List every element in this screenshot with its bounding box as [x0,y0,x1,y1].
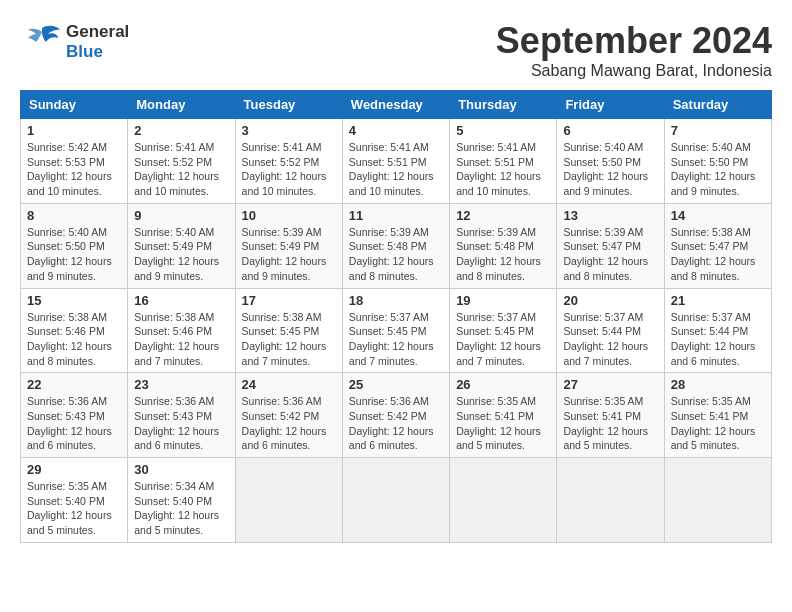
calendar-cell: 7Sunrise: 5:40 AM Sunset: 5:50 PM Daylig… [664,119,771,204]
month-title: September 2024 [496,20,772,62]
calendar-cell: 24Sunrise: 5:36 AM Sunset: 5:42 PM Dayli… [235,373,342,458]
day-number: 18 [349,293,443,308]
calendar-cell: 18Sunrise: 5:37 AM Sunset: 5:45 PM Dayli… [342,288,449,373]
calendar-cell: 10Sunrise: 5:39 AM Sunset: 5:49 PM Dayli… [235,203,342,288]
day-number: 26 [456,377,550,392]
logo: General Blue [20,20,129,64]
day-number: 2 [134,123,228,138]
header-thursday: Thursday [450,91,557,119]
day-number: 21 [671,293,765,308]
day-info: Sunrise: 5:39 AM Sunset: 5:48 PM Dayligh… [456,225,550,284]
day-number: 12 [456,208,550,223]
calendar-cell: 19Sunrise: 5:37 AM Sunset: 5:45 PM Dayli… [450,288,557,373]
day-info: Sunrise: 5:38 AM Sunset: 5:47 PM Dayligh… [671,225,765,284]
calendar-cell: 20Sunrise: 5:37 AM Sunset: 5:44 PM Dayli… [557,288,664,373]
day-number: 20 [563,293,657,308]
day-number: 7 [671,123,765,138]
day-info: Sunrise: 5:39 AM Sunset: 5:48 PM Dayligh… [349,225,443,284]
calendar-cell [450,458,557,543]
header-saturday: Saturday [664,91,771,119]
day-info: Sunrise: 5:41 AM Sunset: 5:51 PM Dayligh… [456,140,550,199]
day-number: 11 [349,208,443,223]
day-number: 22 [27,377,121,392]
calendar-cell [557,458,664,543]
day-number: 16 [134,293,228,308]
header-friday: Friday [557,91,664,119]
day-number: 24 [242,377,336,392]
day-info: Sunrise: 5:40 AM Sunset: 5:50 PM Dayligh… [27,225,121,284]
day-info: Sunrise: 5:35 AM Sunset: 5:41 PM Dayligh… [456,394,550,453]
day-info: Sunrise: 5:39 AM Sunset: 5:47 PM Dayligh… [563,225,657,284]
calendar-week-5: 29Sunrise: 5:35 AM Sunset: 5:40 PM Dayli… [21,458,772,543]
calendar-header-row: SundayMondayTuesdayWednesdayThursdayFrid… [21,91,772,119]
day-info: Sunrise: 5:35 AM Sunset: 5:41 PM Dayligh… [563,394,657,453]
day-number: 29 [27,462,121,477]
calendar-cell: 30Sunrise: 5:34 AM Sunset: 5:40 PM Dayli… [128,458,235,543]
day-number: 28 [671,377,765,392]
day-info: Sunrise: 5:34 AM Sunset: 5:40 PM Dayligh… [134,479,228,538]
title-area: September 2024 Sabang Mawang Barat, Indo… [496,20,772,80]
calendar-week-1: 1Sunrise: 5:42 AM Sunset: 5:53 PM Daylig… [21,119,772,204]
calendar-cell: 16Sunrise: 5:38 AM Sunset: 5:46 PM Dayli… [128,288,235,373]
header-sunday: Sunday [21,91,128,119]
calendar-cell: 6Sunrise: 5:40 AM Sunset: 5:50 PM Daylig… [557,119,664,204]
calendar-cell: 15Sunrise: 5:38 AM Sunset: 5:46 PM Dayli… [21,288,128,373]
day-number: 9 [134,208,228,223]
calendar-week-2: 8Sunrise: 5:40 AM Sunset: 5:50 PM Daylig… [21,203,772,288]
day-number: 25 [349,377,443,392]
day-info: Sunrise: 5:35 AM Sunset: 5:41 PM Dayligh… [671,394,765,453]
calendar-cell: 5Sunrise: 5:41 AM Sunset: 5:51 PM Daylig… [450,119,557,204]
day-info: Sunrise: 5:37 AM Sunset: 5:44 PM Dayligh… [671,310,765,369]
calendar-cell: 4Sunrise: 5:41 AM Sunset: 5:51 PM Daylig… [342,119,449,204]
calendar-cell: 11Sunrise: 5:39 AM Sunset: 5:48 PM Dayli… [342,203,449,288]
day-info: Sunrise: 5:38 AM Sunset: 5:45 PM Dayligh… [242,310,336,369]
calendar-week-3: 15Sunrise: 5:38 AM Sunset: 5:46 PM Dayli… [21,288,772,373]
day-info: Sunrise: 5:40 AM Sunset: 5:50 PM Dayligh… [671,140,765,199]
day-number: 13 [563,208,657,223]
day-info: Sunrise: 5:37 AM Sunset: 5:44 PM Dayligh… [563,310,657,369]
calendar-table: SundayMondayTuesdayWednesdayThursdayFrid… [20,90,772,543]
day-info: Sunrise: 5:37 AM Sunset: 5:45 PM Dayligh… [349,310,443,369]
calendar-cell: 12Sunrise: 5:39 AM Sunset: 5:48 PM Dayli… [450,203,557,288]
calendar-cell [342,458,449,543]
day-number: 4 [349,123,443,138]
calendar-cell: 2Sunrise: 5:41 AM Sunset: 5:52 PM Daylig… [128,119,235,204]
page-header: General Blue September 2024 Sabang Mawan… [20,20,772,80]
calendar-cell: 26Sunrise: 5:35 AM Sunset: 5:41 PM Dayli… [450,373,557,458]
day-info: Sunrise: 5:36 AM Sunset: 5:43 PM Dayligh… [134,394,228,453]
day-number: 5 [456,123,550,138]
calendar-cell: 22Sunrise: 5:36 AM Sunset: 5:43 PM Dayli… [21,373,128,458]
header-wednesday: Wednesday [342,91,449,119]
day-info: Sunrise: 5:41 AM Sunset: 5:52 PM Dayligh… [134,140,228,199]
day-number: 30 [134,462,228,477]
calendar-cell: 3Sunrise: 5:41 AM Sunset: 5:52 PM Daylig… [235,119,342,204]
day-info: Sunrise: 5:41 AM Sunset: 5:51 PM Dayligh… [349,140,443,199]
day-info: Sunrise: 5:36 AM Sunset: 5:42 PM Dayligh… [242,394,336,453]
day-number: 1 [27,123,121,138]
calendar-cell: 28Sunrise: 5:35 AM Sunset: 5:41 PM Dayli… [664,373,771,458]
calendar-cell: 23Sunrise: 5:36 AM Sunset: 5:43 PM Dayli… [128,373,235,458]
calendar-cell: 25Sunrise: 5:36 AM Sunset: 5:42 PM Dayli… [342,373,449,458]
day-info: Sunrise: 5:42 AM Sunset: 5:53 PM Dayligh… [27,140,121,199]
calendar-cell: 29Sunrise: 5:35 AM Sunset: 5:40 PM Dayli… [21,458,128,543]
day-info: Sunrise: 5:37 AM Sunset: 5:45 PM Dayligh… [456,310,550,369]
calendar-cell: 8Sunrise: 5:40 AM Sunset: 5:50 PM Daylig… [21,203,128,288]
calendar-cell: 14Sunrise: 5:38 AM Sunset: 5:47 PM Dayli… [664,203,771,288]
day-number: 3 [242,123,336,138]
day-number: 27 [563,377,657,392]
calendar-cell [664,458,771,543]
day-info: Sunrise: 5:38 AM Sunset: 5:46 PM Dayligh… [27,310,121,369]
day-number: 8 [27,208,121,223]
day-number: 10 [242,208,336,223]
calendar-cell [235,458,342,543]
calendar-cell: 13Sunrise: 5:39 AM Sunset: 5:47 PM Dayli… [557,203,664,288]
day-number: 14 [671,208,765,223]
day-number: 19 [456,293,550,308]
calendar-cell: 9Sunrise: 5:40 AM Sunset: 5:49 PM Daylig… [128,203,235,288]
day-info: Sunrise: 5:36 AM Sunset: 5:42 PM Dayligh… [349,394,443,453]
day-info: Sunrise: 5:40 AM Sunset: 5:49 PM Dayligh… [134,225,228,284]
header-monday: Monday [128,91,235,119]
day-number: 23 [134,377,228,392]
calendar-cell: 27Sunrise: 5:35 AM Sunset: 5:41 PM Dayli… [557,373,664,458]
calendar-cell: 1Sunrise: 5:42 AM Sunset: 5:53 PM Daylig… [21,119,128,204]
